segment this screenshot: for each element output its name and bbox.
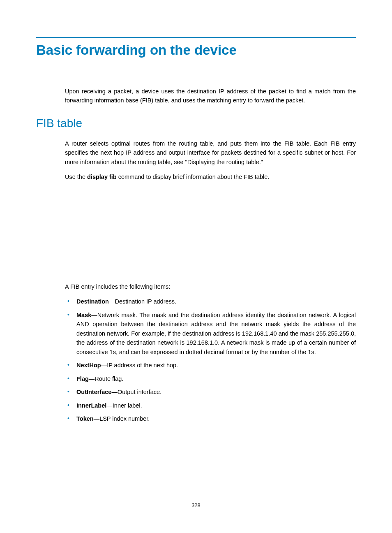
section-body: A router selects optimal routes from the…: [65, 139, 356, 424]
item-term: Flag: [76, 375, 89, 382]
list-item: Destination—Destination IP address.: [65, 297, 356, 306]
list-item: InnerLabel—Inner label.: [65, 401, 356, 410]
item-term: Mask: [76, 312, 91, 318]
list-item: OutInterface—Output interface.: [65, 387, 356, 396]
list-item: Mask—Network mask. The mask and the dest…: [65, 311, 356, 357]
item-desc: —Network mask. The mask and the destinat…: [76, 312, 356, 355]
intro-block: Upon receiving a packet, a device uses t…: [65, 87, 356, 105]
section-para-1: A router selects optimal routes from the…: [65, 139, 356, 167]
list-item: Flag—Route flag.: [65, 374, 356, 383]
blank-gap: [65, 188, 356, 282]
page-number: 328: [0, 502, 392, 508]
section-para-3: A FIB entry includes the following items…: [65, 282, 356, 291]
item-desc: —Route flag.: [89, 375, 124, 382]
command-name: display fib: [87, 174, 117, 180]
fib-items-list: Destination—Destination IP address. Mask…: [65, 297, 356, 423]
document-page: Basic forwarding on the device Upon rece…: [0, 0, 392, 533]
para2-pre: Use the: [65, 174, 87, 180]
list-item: Token—LSP index number.: [65, 414, 356, 423]
item-desc: —LSP index number.: [94, 415, 150, 422]
item-desc: —Destination IP address.: [109, 298, 176, 305]
section-para-2: Use the display fib command to display b…: [65, 172, 356, 181]
page-title: Basic forwarding on the device: [36, 42, 356, 58]
section-heading: FIB table: [36, 117, 356, 130]
intro-paragraph: Upon receiving a packet, a device uses t…: [65, 87, 356, 105]
item-term: Destination: [76, 298, 109, 305]
item-term: InnerLabel: [76, 402, 106, 409]
para2-post: command to display brief information abo…: [117, 174, 270, 180]
item-desc: —Inner label.: [106, 402, 142, 409]
item-desc: —Output interface.: [111, 389, 161, 395]
item-term: NextHop: [76, 362, 101, 368]
item-desc: —IP address of the next hop.: [101, 362, 178, 368]
item-term: OutInterface: [76, 389, 111, 395]
title-rule: [36, 37, 356, 38]
item-term: Token: [76, 415, 94, 422]
list-item: NextHop—IP address of the next hop.: [65, 361, 356, 370]
